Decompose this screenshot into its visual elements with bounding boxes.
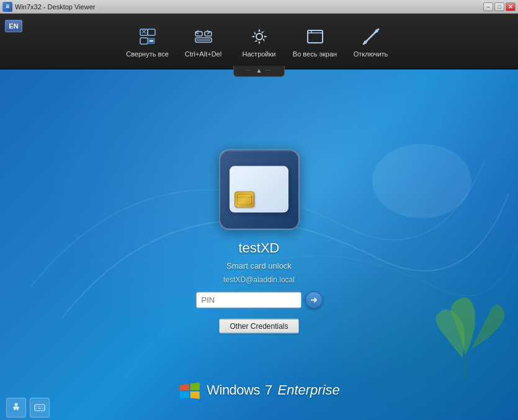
svg-rect-9 xyxy=(308,30,323,43)
language-badge[interactable]: EN xyxy=(5,20,22,32)
arrow-up-icon: ▲ xyxy=(256,67,262,74)
ctrl-alt-del-button[interactable]: Ctrl+Alt+Del xyxy=(176,16,231,66)
collapse-handle[interactable]: ⋯ ▲ ⋯ xyxy=(233,66,285,77)
ctrl-alt-del-icon xyxy=(192,25,215,48)
login-container: testXD Smart card unlock testXD@aladdin.… xyxy=(196,149,323,333)
disconnect-label: Отключить xyxy=(354,50,388,58)
window-title: Win7x32 - Desktop Viewer xyxy=(15,3,95,11)
svg-point-15 xyxy=(372,144,471,218)
svg-rect-2 xyxy=(140,38,148,44)
dots-left: ⋯ xyxy=(246,68,252,73)
disconnect-icon xyxy=(360,25,382,48)
accessibility-button[interactable] xyxy=(6,398,26,418)
settings-label: Настройки xyxy=(243,50,276,58)
maximize-button[interactable]: □ xyxy=(494,2,504,11)
dots-right: ⋯ xyxy=(266,68,272,73)
card-visual xyxy=(230,166,288,213)
smart-card-icon xyxy=(219,149,300,230)
svg-point-14 xyxy=(375,30,378,33)
minimize-all-button[interactable]: Свернуть все xyxy=(120,16,176,66)
settings-icon xyxy=(248,25,270,48)
pin-input[interactable] xyxy=(196,292,301,308)
pin-submit-button[interactable] xyxy=(305,291,323,308)
minimize-all-icon xyxy=(136,25,159,48)
close-button[interactable]: ✕ xyxy=(506,2,516,11)
title-bar-left: 🖥 Win7x32 - Desktop Viewer xyxy=(2,2,95,12)
title-bar: 🖥 Win7x32 - Desktop Viewer – □ ✕ xyxy=(0,0,518,14)
toolbar: EN Свернуть все Ctrl+Alt+ xyxy=(0,14,518,69)
minimize-all-label: Свернуть все xyxy=(126,50,169,58)
app-icon: 🖥 xyxy=(2,2,12,12)
user-email: testXD@aladdin.local xyxy=(223,275,295,284)
disconnect-button[interactable]: Отключить xyxy=(343,16,399,66)
ctrl-alt-del-label: Ctrl+Alt+Del xyxy=(185,50,221,58)
svg-rect-1 xyxy=(148,29,155,35)
desktop-area: testXD Smart card unlock testXD@aladdin.… xyxy=(0,69,518,420)
settings-button[interactable]: Настройки xyxy=(231,16,287,66)
svg-point-13 xyxy=(364,41,367,44)
card-chip xyxy=(234,192,254,208)
user-subtitle: Smart card unlock xyxy=(226,261,292,270)
fullscreen-icon xyxy=(304,25,326,48)
bottom-bar xyxy=(0,395,518,420)
svg-point-8 xyxy=(256,34,262,40)
fullscreen-label: Во весь экран xyxy=(293,50,337,58)
username-display: testXD xyxy=(238,239,279,256)
other-credentials-button[interactable]: Other Credentials xyxy=(219,318,298,333)
svg-rect-18 xyxy=(35,404,45,411)
keyboard-button[interactable] xyxy=(30,398,50,418)
title-bar-controls: – □ ✕ xyxy=(483,2,516,11)
minimize-button[interactable]: – xyxy=(483,2,493,11)
svg-rect-0 xyxy=(140,29,148,35)
pin-row xyxy=(196,291,323,308)
fullscreen-button[interactable]: Во весь экран xyxy=(287,16,343,66)
svg-point-17 xyxy=(15,403,18,406)
